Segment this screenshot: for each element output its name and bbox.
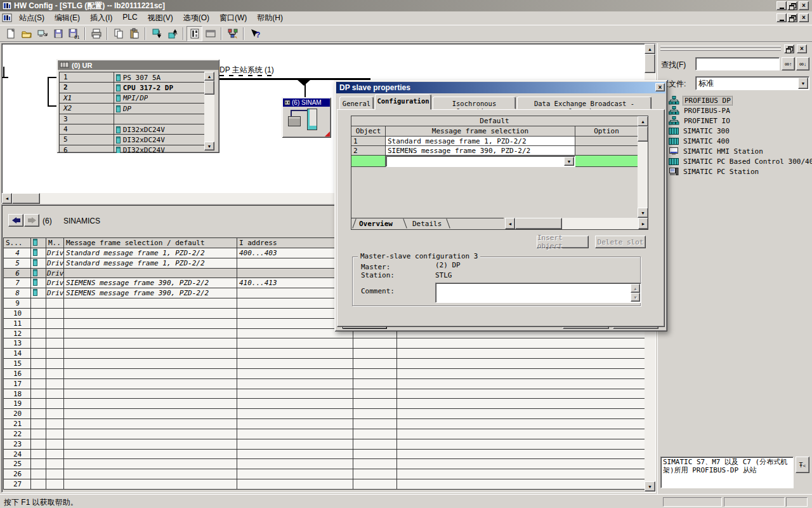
object-cell[interactable]: 2 xyxy=(351,146,386,156)
detail-row[interactable]: 22 xyxy=(4,429,645,439)
new-station-button[interactable] xyxy=(3,26,18,41)
detail-row[interactable]: 27 xyxy=(4,479,645,490)
detail-row[interactable]: 15 xyxy=(4,359,645,369)
dialog-close-button[interactable]: × xyxy=(655,83,665,91)
table-vscrollbar[interactable]: ▲ ▼ xyxy=(638,116,648,218)
rack-window[interactable]: (0) UR 1PS 307 5A2CPU 317-2 DPX1MPI/DPX2… xyxy=(56,59,219,153)
find-down-button[interactable]: ∞↓ xyxy=(796,57,809,70)
dp-master-system-label[interactable]: DP 主站系统 (1) xyxy=(219,65,274,76)
scrollbar-thumb[interactable] xyxy=(515,218,562,229)
save-button[interactable] xyxy=(50,26,66,41)
scrollbar-thumb[interactable] xyxy=(638,126,648,142)
detail-row[interactable]: 19 xyxy=(4,399,645,409)
comment-textarea[interactable]: ▲ ▼ xyxy=(435,283,641,303)
network-view-button[interactable] xyxy=(225,26,240,41)
rack-title-bar[interactable]: (0) UR xyxy=(58,60,218,70)
menu-窗口[interactable]: 窗口(W) xyxy=(214,11,252,25)
child-close-button[interactable]: × xyxy=(799,13,809,22)
dropdown-arrow-icon[interactable]: ▼ xyxy=(798,77,808,89)
rack-slot-row[interactable]: 2CPU 317-2 DP xyxy=(60,83,206,93)
sinamics-slave-box[interactable]: (6) SINAM xyxy=(282,97,331,138)
insert-object-button[interactable]: Insert object xyxy=(537,236,589,248)
detail-row[interactable]: 17 xyxy=(4,379,645,389)
new-row-object-cell[interactable] xyxy=(351,156,386,167)
rack-scrollbar[interactable]: ▲ ▼ xyxy=(204,72,214,150)
detail-row[interactable]: 26 xyxy=(4,469,645,479)
subtab-overview[interactable]: Overview xyxy=(359,220,393,228)
detail-row[interactable]: 20 xyxy=(4,409,645,419)
catalog-description-toggle-button[interactable]: Ŧ˂ xyxy=(796,457,809,473)
rack-slot-row[interactable]: 1PS 307 5A xyxy=(60,72,206,83)
frame-cell[interactable]: SIEMENS message frame 390, PZD-2/2 xyxy=(386,146,575,156)
rack-slot-row[interactable]: X1MPI/DP xyxy=(60,93,206,104)
detail-row[interactable]: 23 xyxy=(4,439,645,450)
copy-button[interactable] xyxy=(110,26,126,41)
comment-scroll-down[interactable]: ▼ xyxy=(631,293,640,302)
paste-button[interactable] xyxy=(126,26,142,41)
tab-configuration[interactable]: Configuration xyxy=(375,94,431,110)
menu-视图[interactable]: 视图(V) xyxy=(143,11,178,25)
panel-gripper[interactable] xyxy=(660,46,781,48)
rack-slot-row[interactable]: 4DI32xDC24V xyxy=(60,124,206,135)
restore-button[interactable] xyxy=(787,1,797,10)
download-button[interactable] xyxy=(148,26,164,41)
open-station-button[interactable] xyxy=(18,26,34,41)
catalog-close-button[interactable]: × xyxy=(797,44,807,53)
scroll-down-button[interactable]: ▼ xyxy=(204,142,214,150)
detail-row[interactable]: 14 xyxy=(4,349,645,359)
dialog-title-bar[interactable]: DP slave properties × xyxy=(336,82,665,93)
child-restore-button[interactable] xyxy=(787,13,797,22)
close-button[interactable]: × xyxy=(799,1,809,10)
save-compile-button[interactable]: 01 xyxy=(66,26,82,41)
delete-slot-button[interactable]: Delete slot xyxy=(595,236,646,248)
subtab-details[interactable]: Details xyxy=(412,220,442,228)
profile-dropdown[interactable]: 标准 ▼ xyxy=(695,76,809,90)
rack-slot-row[interactable]: 6DI32xDC24V xyxy=(60,145,206,153)
scrollbar-thumb[interactable] xyxy=(12,193,40,204)
minimize-button[interactable] xyxy=(776,1,787,10)
detail-row[interactable]: 21 xyxy=(4,419,645,429)
catalog-toggle-button[interactable] xyxy=(187,26,202,41)
detail-row[interactable]: 18 xyxy=(4,389,645,399)
detail-row[interactable]: 13 xyxy=(4,338,645,349)
tree-item-simatic-pc-station[interactable]: +SIMATIC PC Station xyxy=(660,166,760,177)
catalog-maximize-button[interactable] xyxy=(784,44,794,53)
comment-scroll-up[interactable]: ▲ xyxy=(631,284,640,293)
menu-帮助[interactable]: 帮助(H) xyxy=(252,11,288,25)
menu-插入[interactable]: 插入(I) xyxy=(85,11,117,25)
scrollbar-thumb[interactable] xyxy=(204,81,214,95)
menu-站点[interactable]: 站点(S) xyxy=(14,11,49,25)
scrollbar-thumb[interactable] xyxy=(645,54,655,73)
upload-button[interactable] xyxy=(164,26,180,41)
scroll-down-button[interactable]: ▼ xyxy=(638,208,648,218)
scroll-left-button[interactable]: ◄ xyxy=(2,193,12,204)
rack-slot-row[interactable]: 3 xyxy=(60,114,206,124)
scroll-up-button[interactable]: ▲ xyxy=(204,72,214,81)
print-button[interactable] xyxy=(88,26,104,41)
option-cell[interactable] xyxy=(575,137,638,146)
tree-item-simatic-hmi-station[interactable]: +SIMATIC HMI Station xyxy=(660,146,764,156)
menu-选项[interactable]: 选项(O) xyxy=(178,11,214,25)
rack-slot-row[interactable]: 5DI32xDC24V xyxy=(60,135,206,145)
detail-row[interactable]: 16 xyxy=(4,369,645,379)
menu-PLC[interactable]: PLC xyxy=(117,11,142,25)
open-online-button[interactable] xyxy=(34,26,50,41)
combobox-dropdown-icon[interactable]: ▼ xyxy=(564,157,574,166)
help-button[interactable]: ? xyxy=(247,26,263,41)
scroll-right-button[interactable]: ► xyxy=(638,218,648,229)
tab-general[interactable]: General xyxy=(339,97,374,109)
object-cell[interactable]: 1 xyxy=(351,137,386,146)
scroll-up-button[interactable]: ▲ xyxy=(645,44,655,54)
frame-selection-combobox[interactable]: ▼ xyxy=(386,156,575,167)
frame-cell[interactable]: Standard message frame 1, PZD-2/2 xyxy=(386,137,575,146)
tree-item-profinet-io[interactable]: +PROFINET IO xyxy=(660,116,731,126)
tree-item-simatic-400[interactable]: +SIMATIC 400 xyxy=(660,136,731,146)
detail-row[interactable]: 25 xyxy=(4,459,645,469)
tree-item-simatic-300[interactable]: +SIMATIC 300 xyxy=(660,126,731,136)
find-up-button[interactable]: ∞↑ xyxy=(782,57,795,70)
detail-row[interactable]: 24 xyxy=(4,450,645,460)
child-minimize-button[interactable] xyxy=(776,13,787,22)
tab-data-exchange-broadcast[interactable]: Data Exchange Broadcast - Overview xyxy=(517,97,652,109)
new-row-option-cell[interactable] xyxy=(575,156,638,167)
tree-item-simatic-pc-based-control-300-400[interactable]: +SIMATIC PC Based Control 300/400 xyxy=(660,156,812,166)
